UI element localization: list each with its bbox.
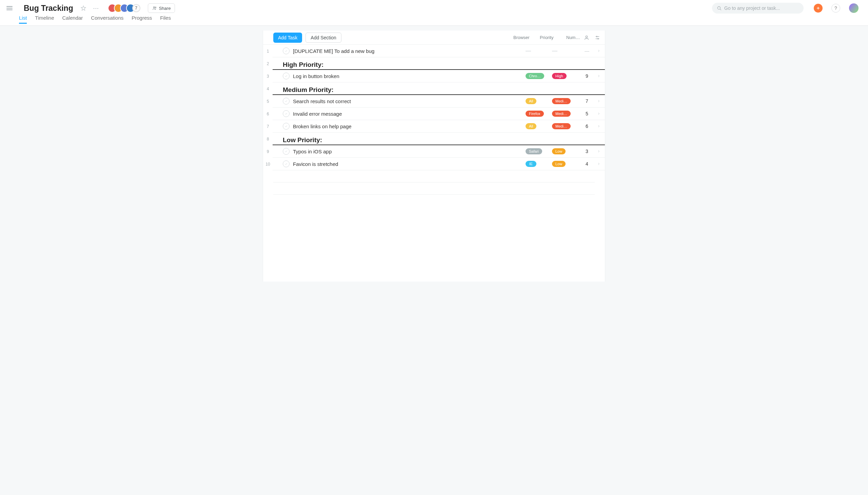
- row-number: 8: [263, 137, 272, 141]
- cell-count[interactable]: 4: [579, 161, 596, 167]
- cell-priority[interactable]: Low: [552, 148, 579, 154]
- empty: —: [526, 48, 531, 54]
- svg-point-2: [155, 7, 156, 8]
- star-icon[interactable]: [80, 5, 87, 12]
- quick-add-button[interactable]: [814, 4, 822, 13]
- add-section-button[interactable]: Add Section: [305, 33, 341, 43]
- search-icon: [717, 6, 722, 11]
- cell-priority[interactable]: Medi…: [552, 123, 579, 129]
- tab-list[interactable]: List: [19, 15, 27, 24]
- cell-count[interactable]: 3: [579, 149, 596, 154]
- more-icon[interactable]: …: [92, 4, 100, 12]
- cell-browser[interactable]: Chro…: [526, 73, 552, 79]
- row-number: 3: [263, 74, 272, 79]
- search-box[interactable]: [712, 3, 803, 14]
- chevron-right-icon[interactable]: [596, 99, 602, 103]
- current-user-avatar[interactable]: [849, 3, 858, 13]
- people-icon: [152, 6, 157, 11]
- cell-browser[interactable]: IE: [526, 161, 552, 167]
- chevron-right-icon[interactable]: [596, 74, 602, 78]
- task-title[interactable]: Search results not correct: [293, 98, 526, 104]
- chevron-right-icon[interactable]: [596, 162, 602, 166]
- task-title[interactable]: Broken links on help page: [293, 123, 526, 129]
- cell-browser[interactable]: Firefox: [526, 110, 552, 117]
- customize-icon[interactable]: [594, 34, 601, 41]
- task-row[interactable]: 5Search results not correctAllMedi…7: [263, 95, 605, 107]
- complete-check[interactable]: [283, 110, 289, 117]
- empty-row[interactable]: [273, 170, 595, 183]
- section-title[interactable]: High Priority:: [283, 61, 323, 69]
- help-button[interactable]: ?: [831, 4, 840, 13]
- task-title[interactable]: Log in button broken: [293, 73, 526, 79]
- add-task-button[interactable]: Add Task: [273, 33, 302, 43]
- row-number: 10: [263, 162, 272, 167]
- share-label: Share: [159, 6, 171, 11]
- cell-priority[interactable]: Low: [552, 161, 579, 167]
- row-number: 2: [263, 62, 272, 66]
- task-row[interactable]: 7Broken links on help pageAllMedi…6: [263, 120, 605, 133]
- cell-priority[interactable]: Medi…: [552, 110, 579, 117]
- browser-pill: Firefox: [526, 110, 544, 117]
- chevron-right-icon[interactable]: [596, 112, 602, 116]
- task-row[interactable]: 10Favicon is stretchedIELow4: [263, 158, 605, 170]
- project-tabs: ListTimelineCalendarConversationsProgres…: [5, 14, 858, 24]
- cell-count[interactable]: 5: [579, 111, 596, 116]
- task-row[interactable]: 9Typos in iOS appSafariLow3: [263, 145, 605, 158]
- project-members[interactable]: 7: [108, 4, 140, 13]
- priority-pill: Medi…: [552, 98, 571, 104]
- tab-conversations[interactable]: Conversations: [91, 15, 123, 24]
- complete-check[interactable]: [283, 73, 289, 80]
- app: Bug Tracking … 7 Share: [0, 0, 868, 495]
- tab-files[interactable]: Files: [160, 15, 171, 24]
- empty-row[interactable]: [273, 183, 595, 195]
- priority-pill: High: [552, 73, 567, 79]
- panel-toolbar: Add Task Add Section Browser Priority Nu…: [263, 31, 605, 45]
- cell-priority[interactable]: Medi…: [552, 98, 579, 104]
- cell-count[interactable]: 6: [579, 123, 596, 129]
- task-title[interactable]: Typos in iOS app: [293, 149, 526, 154]
- cell-priority[interactable]: High: [552, 73, 579, 79]
- assignee-icon[interactable]: [583, 34, 590, 41]
- priority-pill: Medi…: [552, 110, 571, 117]
- chevron-right-icon[interactable]: [596, 49, 602, 53]
- task-row[interactable]: 3Log in button brokenChro…High9: [263, 70, 605, 83]
- priority-pill: Medi…: [552, 123, 571, 129]
- cell-browser[interactable]: —: [526, 48, 552, 54]
- task-title[interactable]: [DUPLICATE ME] To add a new bug: [293, 48, 526, 54]
- tab-timeline[interactable]: Timeline: [35, 15, 54, 24]
- section-title[interactable]: Medium Priority:: [283, 86, 334, 94]
- complete-check[interactable]: [283, 148, 289, 155]
- share-button[interactable]: Share: [148, 3, 175, 13]
- task-row[interactable]: 6Invalid error messageFirefoxMedi…5: [263, 107, 605, 120]
- task-title[interactable]: Invalid error message: [293, 111, 526, 117]
- header-top-row: Bug Tracking … 7 Share: [5, 0, 858, 14]
- cell-priority[interactable]: —: [552, 48, 579, 54]
- task-title[interactable]: Favicon is stretched: [293, 161, 526, 167]
- cell-count[interactable]: 9: [579, 73, 596, 79]
- section-title[interactable]: Low Priority:: [283, 136, 322, 144]
- section-row: 4Medium Priority:: [263, 83, 605, 95]
- task-row[interactable]: 1[DUPLICATE ME] To add a new bug———: [263, 45, 605, 57]
- chevron-right-icon[interactable]: [596, 149, 602, 153]
- column-num[interactable]: Num…: [566, 35, 583, 40]
- cell-browser[interactable]: Safari: [526, 148, 552, 154]
- empty: —: [552, 48, 557, 54]
- row-number: 1: [263, 49, 272, 54]
- complete-check[interactable]: [283, 48, 289, 54]
- search-input[interactable]: [724, 5, 799, 11]
- cell-count[interactable]: —: [579, 48, 596, 54]
- browser-pill: All: [526, 98, 536, 104]
- column-priority[interactable]: Priority: [540, 35, 566, 40]
- cell-browser[interactable]: All: [526, 98, 552, 104]
- complete-check[interactable]: [283, 123, 289, 130]
- cell-browser[interactable]: All: [526, 123, 552, 129]
- svg-point-3: [718, 6, 720, 9]
- cell-count[interactable]: 7: [579, 98, 596, 104]
- menu-icon[interactable]: [5, 3, 14, 13]
- column-browser[interactable]: Browser: [513, 35, 540, 40]
- complete-check[interactable]: [283, 160, 289, 167]
- tab-calendar[interactable]: Calendar: [62, 15, 83, 24]
- chevron-right-icon[interactable]: [596, 124, 602, 128]
- tab-progress[interactable]: Progress: [131, 15, 152, 24]
- complete-check[interactable]: [283, 98, 289, 104]
